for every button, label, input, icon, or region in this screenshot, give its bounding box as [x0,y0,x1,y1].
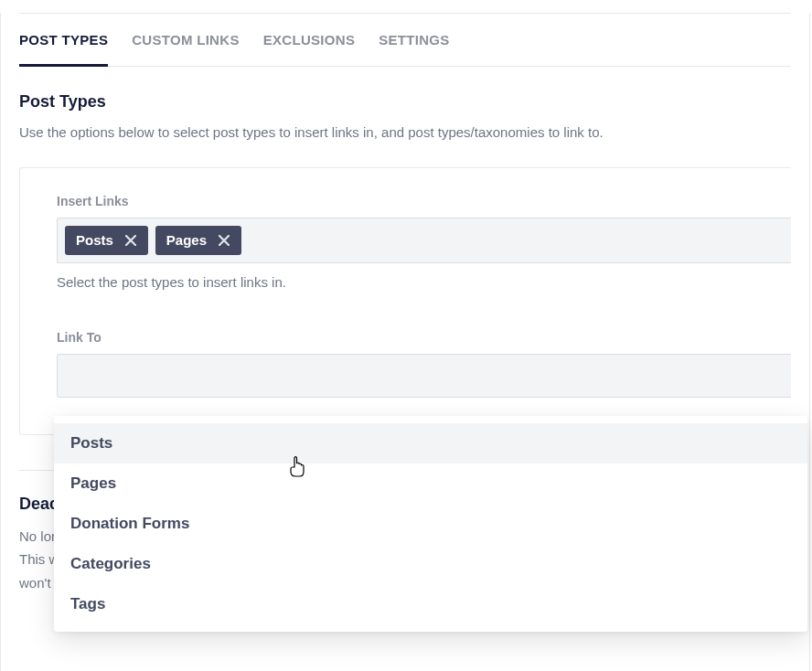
tab-settings[interactable]: SETTINGS [379,14,449,66]
dropdown-option-tags[interactable]: Tags [54,584,807,624]
chip-label: Pages [166,232,207,248]
dropdown-option-posts[interactable]: Posts [54,423,807,463]
link-to-dropdown: Posts Pages Donation Forms Categories Ta… [54,416,807,632]
chip-label: Posts [76,232,113,248]
dropdown-option-donation-forms[interactable]: Donation Forms [54,504,807,544]
insert-links-label: Insert Links [57,194,791,208]
tab-exclusions[interactable]: EXCLUSIONS [263,14,356,66]
insert-links-select[interactable]: Posts Pages [57,218,791,263]
section-title: Post Types [19,92,791,112]
dropdown-option-pages[interactable]: Pages [54,463,807,504]
link-to-field: Link To [57,330,791,398]
post-types-panel: Insert Links Posts Pages Select the post… [19,167,791,435]
tab-post-types[interactable]: POST TYPES [19,14,108,67]
close-icon[interactable] [123,232,139,249]
chip-posts: Posts [65,226,148,255]
insert-links-help: Select the post types to insert links in… [57,274,791,290]
chip-pages: Pages [155,226,241,255]
tab-custom-links[interactable]: CUSTOM LINKS [132,14,240,66]
link-to-label: Link To [57,330,791,345]
dropdown-option-categories[interactable]: Categories [54,544,807,584]
tabs-bar: POST TYPES CUSTOM LINKS EXCLUSIONS SETTI… [19,14,791,67]
insert-links-field: Insert Links Posts Pages Select the post… [57,194,791,290]
link-to-select[interactable] [57,354,791,398]
close-icon[interactable] [216,232,232,249]
section-description: Use the options below to select post typ… [19,122,791,144]
